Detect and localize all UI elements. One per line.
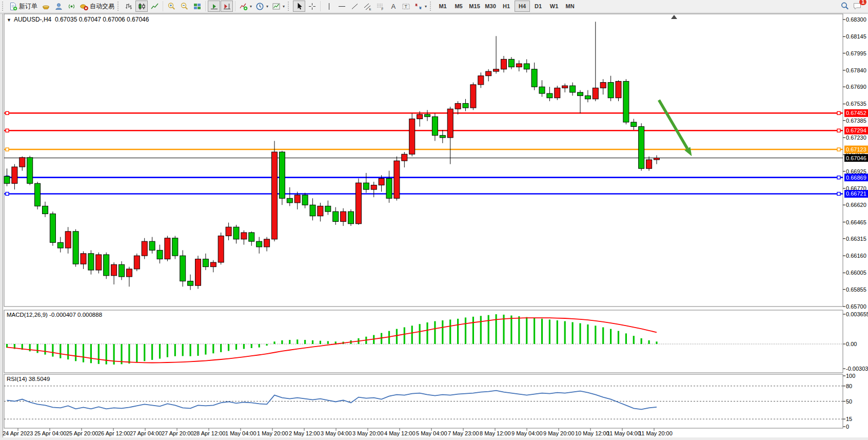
candle-body: [417, 114, 423, 119]
main-chart-panel[interactable]: [4, 14, 843, 307]
candle-body: [81, 254, 86, 264]
candle-body: [264, 239, 270, 247]
candle-body: [463, 103, 468, 108]
candle-body: [646, 160, 652, 168]
candle-body: [539, 87, 545, 93]
candle-body: [257, 241, 262, 247]
price-tick-label: 0.65855: [846, 286, 866, 293]
time-label: 7 May 23:00: [448, 430, 479, 436]
bid-price-label: 0.67046: [846, 155, 866, 161]
candle-body: [486, 71, 491, 76]
candle-body: [65, 232, 71, 248]
time-label: 27 Apr 04:00: [130, 430, 162, 436]
candle-body: [126, 269, 132, 277]
time-label: 26 Apr 12:00: [98, 430, 130, 436]
candle-body: [531, 69, 537, 87]
candle-body: [119, 264, 125, 277]
time-label: 3 May 20:00: [352, 430, 384, 436]
candle-body: [57, 242, 63, 248]
rsi-label: RSI(14) 38.5049: [7, 376, 50, 382]
candle-body: [287, 198, 292, 203]
candle-body: [356, 183, 361, 224]
line-anchor-left: [6, 192, 9, 195]
time-label: 2 May 12:00: [289, 430, 320, 436]
rsi-tick-label: 50: [846, 398, 852, 405]
candle-body: [508, 59, 514, 67]
time-label: 9 May 20:00: [543, 430, 575, 436]
price-tick-label: 0.67230: [846, 135, 866, 141]
candle-body: [524, 64, 529, 69]
candle-body: [341, 212, 346, 221]
price-tick-label: 0.66005: [846, 270, 866, 276]
candle-body: [149, 241, 155, 250]
candle-body: [104, 255, 109, 276]
candle-body: [516, 64, 522, 67]
price-line-label: 0.67123: [846, 146, 866, 152]
candle-body: [562, 86, 568, 88]
price-tick-label: 0.66620: [846, 202, 866, 208]
candle-body: [555, 88, 560, 98]
price-tick-label: 0.67840: [846, 67, 866, 73]
price-tick-label: 0.66315: [846, 236, 866, 242]
candle-body: [12, 167, 17, 183]
candle-body: [608, 83, 614, 98]
time-label: 1 May 20:00: [257, 430, 288, 436]
candle-body: [203, 259, 208, 267]
time-label: 1 May 04:00: [225, 430, 257, 436]
candle-body: [432, 117, 438, 136]
macd-panel[interactable]: MACD(12,26,9) -0.000407 0.000888: [4, 310, 843, 373]
time-label: 10 May 12:00: [575, 430, 609, 436]
line-anchor-left: [6, 129, 9, 132]
candle-body: [409, 119, 415, 155]
candle-body: [157, 250, 163, 259]
candle-body: [348, 212, 354, 224]
price-line-label: 0.66721: [846, 190, 866, 197]
candle-body: [333, 212, 339, 221]
time-label: 11 May 20:00: [639, 430, 673, 436]
chevron-down-icon[interactable]: ▼: [7, 17, 11, 23]
candle-body: [43, 206, 48, 214]
candle-body: [363, 183, 369, 189]
candle-body: [50, 214, 55, 242]
candle-body: [379, 179, 384, 185]
time-label: 28 Apr 12:00: [193, 430, 225, 436]
price-line-label: 0.67452: [846, 110, 866, 116]
macd-label: MACD(12,26,9) -0.000407 0.000888: [7, 312, 102, 318]
candle-body: [447, 109, 453, 138]
candle-body: [478, 76, 484, 85]
time-label: 8 May 12:00: [480, 430, 511, 436]
line-anchor-right: [837, 111, 840, 114]
candle-body: [210, 262, 216, 267]
rsi-panel[interactable]: RSI(14) 38.5049: [4, 374, 843, 428]
candle-body: [4, 176, 10, 183]
candle-body: [386, 179, 392, 199]
candle-body: [402, 154, 407, 161]
candle-body: [578, 92, 583, 95]
line-anchor-right: [837, 148, 840, 151]
rsi-tick-label: 100: [846, 373, 855, 379]
time-label: 9 May 04:00: [511, 430, 543, 436]
candle-body: [585, 95, 590, 99]
candle-body: [425, 114, 430, 117]
time-label: 11 May 04:00: [607, 430, 641, 436]
candle-body: [318, 206, 323, 216]
price-tick-label: 0.67535: [846, 101, 866, 107]
price-line-label: 0.67294: [846, 127, 866, 133]
chart-canvas[interactable]: 0.683000.681450.679950.678400.676900.675…: [0, 0, 868, 440]
candle-body: [593, 88, 598, 99]
candle-body: [616, 81, 621, 98]
candle-body: [249, 233, 254, 241]
candle-body: [294, 195, 300, 203]
candle-body: [218, 236, 224, 262]
line-anchor-right: [837, 192, 840, 195]
line-anchor-left: [6, 148, 9, 151]
price-line-label: 0.66869: [846, 175, 866, 181]
candle-body: [111, 264, 117, 276]
rsi-tick-label: 0: [846, 424, 849, 430]
candle-body: [494, 69, 499, 71]
rsi-tick-label: 80: [846, 383, 852, 389]
time-label: 3 May 04:00: [321, 430, 352, 436]
price-tick-label: 0.65700: [846, 303, 866, 310]
candle-body: [600, 83, 606, 88]
time-label: 5 May 04:00: [416, 430, 447, 436]
